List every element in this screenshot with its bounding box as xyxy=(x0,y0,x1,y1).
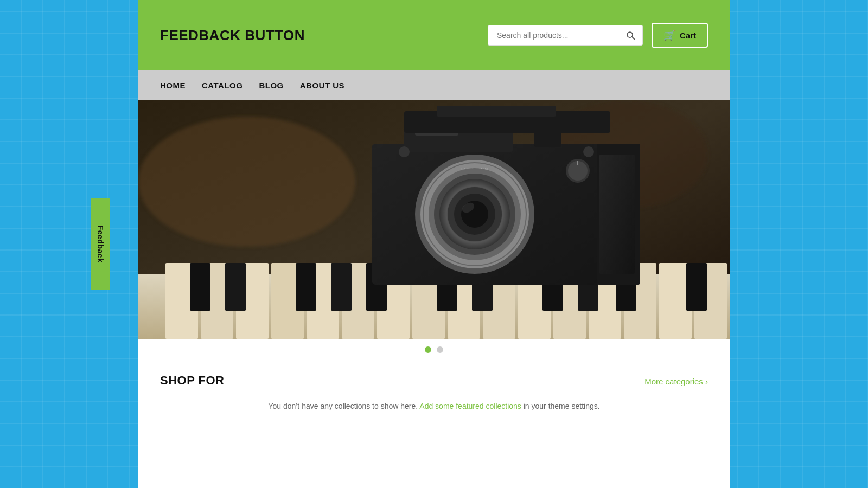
svg-rect-21 xyxy=(225,263,246,311)
empty-text-prefix: You don’t have any collections to show h… xyxy=(268,402,418,410)
slideshow-dot-2[interactable] xyxy=(437,346,443,353)
slideshow: LEISS IKON xyxy=(138,100,730,361)
svg-point-51 xyxy=(583,146,594,157)
add-collections-link[interactable]: Add some featured collections xyxy=(419,402,521,410)
main-nav: HOME CATALOG BLOG ABOUT US xyxy=(138,70,730,100)
search-form xyxy=(488,25,643,46)
search-input[interactable] xyxy=(488,25,618,45)
svg-rect-30 xyxy=(686,263,707,311)
svg-rect-23 xyxy=(331,263,352,311)
svg-rect-55 xyxy=(437,106,556,117)
slideshow-image: LEISS IKON xyxy=(138,100,730,339)
slideshow-dot-1[interactable] xyxy=(425,346,431,353)
shop-for-section: SHOP FOR More categories › You don’t hav… xyxy=(138,361,730,425)
empty-text-suffix: in your theme settings. xyxy=(524,402,600,410)
svg-rect-20 xyxy=(190,263,210,311)
nav-item-about[interactable]: ABOUT US xyxy=(300,71,355,100)
main-content: LEISS IKON xyxy=(138,100,730,425)
feedback-button[interactable]: Feedback xyxy=(91,198,110,290)
nav-item-blog[interactable]: BLOG xyxy=(259,71,294,100)
site-header: FEEDBACK BUTTON 🛒 Cart xyxy=(138,0,730,70)
svg-rect-49 xyxy=(534,132,561,147)
cart-label: Cart xyxy=(680,31,696,40)
search-icon xyxy=(625,30,636,41)
cart-button[interactable]: 🛒 Cart xyxy=(652,23,708,48)
shop-for-title: SHOP FOR xyxy=(160,374,225,388)
hero-image-svg: LEISS IKON xyxy=(138,100,730,339)
header-right: 🛒 Cart xyxy=(488,23,708,48)
more-categories-link[interactable]: More categories › xyxy=(644,377,708,386)
collections-empty-text: You don’t have any collections to show h… xyxy=(160,396,708,416)
cart-icon: 🛒 xyxy=(663,29,675,41)
svg-point-1 xyxy=(138,117,355,247)
svg-rect-53 xyxy=(599,155,635,274)
svg-rect-22 xyxy=(296,263,316,311)
svg-point-50 xyxy=(399,146,410,157)
nav-item-home[interactable]: HOME xyxy=(160,71,196,100)
search-button[interactable] xyxy=(618,25,642,45)
nav-item-catalog[interactable]: CATALOG xyxy=(202,71,253,100)
slideshow-dots xyxy=(138,339,730,361)
site-title: FEEDBACK BUTTON xyxy=(160,27,305,44)
shop-for-header: SHOP FOR More categories › xyxy=(160,374,708,388)
